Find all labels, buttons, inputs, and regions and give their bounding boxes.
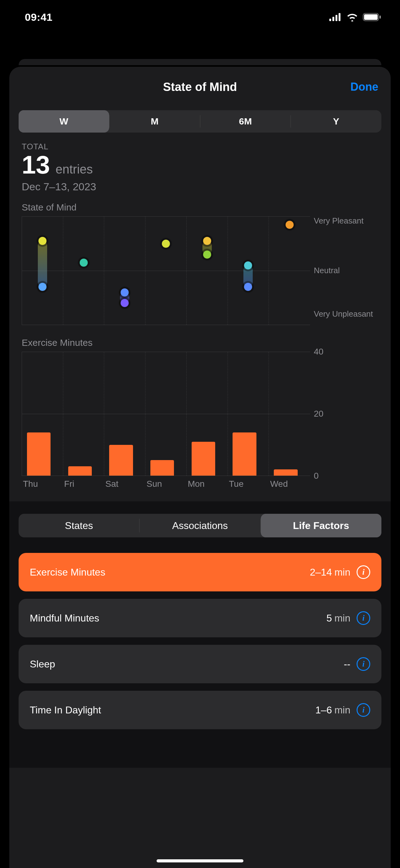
y-label-very-pleasant: Very Pleasant xyxy=(314,216,363,226)
info-icon[interactable]: i xyxy=(357,703,370,717)
som-entry-dot[interactable] xyxy=(121,288,129,297)
svg-rect-3 xyxy=(339,13,340,21)
svg-rect-2 xyxy=(335,15,337,21)
factor-label: Time In Daylight xyxy=(30,704,101,716)
factor-value: 1–6 xyxy=(315,704,332,716)
range-month[interactable]: M xyxy=(109,110,200,132)
exercise-bar[interactable] xyxy=(68,466,92,475)
y-tick-40: 40 xyxy=(314,347,324,357)
range-week[interactable]: W xyxy=(19,110,109,132)
x-tick-label: Sun xyxy=(145,479,187,489)
info-icon[interactable]: i xyxy=(357,611,370,625)
x-tick-label: Wed xyxy=(269,479,310,489)
range-year[interactable]: Y xyxy=(291,110,381,132)
cellular-signal-icon xyxy=(329,13,342,21)
x-axis: ThuFriSatSunMonTueWed xyxy=(22,479,310,489)
life-factor-row[interactable]: Sleep--i xyxy=(19,645,381,683)
tab-life-factors[interactable]: Life Factors xyxy=(261,514,381,537)
lower-section: States Associations Life Factors Exercis… xyxy=(9,501,391,768)
home-indicator[interactable] xyxy=(157,859,243,862)
y-tick-0: 0 xyxy=(314,471,319,481)
som-day-column xyxy=(145,217,187,325)
som-plot-area[interactable] xyxy=(22,216,310,325)
summary-block: TOTAL 13 entries Dec 7–13, 2023 xyxy=(9,132,391,196)
factor-label: Sleep xyxy=(30,658,55,670)
exercise-plot-area[interactable] xyxy=(22,352,310,476)
x-tick-label: Mon xyxy=(186,479,228,489)
y-label-neutral: Neutral xyxy=(314,266,340,275)
svg-rect-6 xyxy=(379,16,381,19)
factor-value-group: --i xyxy=(344,657,370,671)
exercise-day-column xyxy=(22,352,63,475)
life-factor-row[interactable]: Exercise Minutes2–14 mini xyxy=(19,553,381,591)
total-label: TOTAL xyxy=(22,142,378,152)
exercise-bar[interactable] xyxy=(233,432,256,475)
som-day-column xyxy=(22,217,63,325)
som-entry-dot[interactable] xyxy=(203,251,211,258)
som-entry-dot[interactable] xyxy=(80,258,88,267)
y-tick-20: 20 xyxy=(314,409,324,419)
exercise-day-column xyxy=(104,352,145,475)
total-unit: entries xyxy=(56,162,93,176)
detail-tabs: States Associations Life Factors xyxy=(19,514,381,537)
wifi-icon xyxy=(346,13,359,22)
exercise-day-column xyxy=(63,352,104,475)
som-entry-dot[interactable] xyxy=(38,283,46,291)
som-day-column xyxy=(63,217,104,325)
status-time: 09:41 xyxy=(25,11,53,23)
life-factor-row[interactable]: Mindful Minutes5 mini xyxy=(19,599,381,637)
factor-value: 5 xyxy=(327,613,332,624)
done-button[interactable]: Done xyxy=(351,81,378,93)
som-day-column xyxy=(269,217,310,325)
chart-title: Exercise Minutes xyxy=(22,337,378,348)
chart-title: State of Mind xyxy=(22,202,378,213)
y-label-very-unpleasant: Very Unpleasant xyxy=(314,310,373,319)
som-day-column xyxy=(228,217,269,325)
factor-unit: min xyxy=(334,613,351,624)
sheet-header: State of Mind Done xyxy=(9,67,391,107)
som-entry-dot[interactable] xyxy=(244,283,252,291)
som-day-column xyxy=(104,217,145,325)
som-day-column xyxy=(187,217,228,325)
time-range-segmented-control: W M 6M Y xyxy=(19,110,381,132)
som-y-axis: Very Pleasant Neutral Very Unpleasant xyxy=(310,216,378,325)
exercise-bar[interactable] xyxy=(27,432,51,475)
state-of-mind-sheet: State of Mind Done W M 6M Y TOTAL 13 ent… xyxy=(9,67,391,868)
life-factors-list: Exercise Minutes2–14 miniMindful Minutes… xyxy=(19,553,381,729)
som-entry-dot[interactable] xyxy=(162,240,170,248)
date-range: Dec 7–13, 2023 xyxy=(22,181,378,193)
exercise-bar[interactable] xyxy=(274,469,298,475)
exercise-bar[interactable] xyxy=(151,460,174,475)
exercise-day-column xyxy=(269,352,310,475)
som-entry-dot[interactable] xyxy=(286,221,294,229)
status-bar: 09:41 xyxy=(0,0,400,34)
battery-icon xyxy=(363,13,381,22)
life-factor-row[interactable]: Time In Daylight1–6 mini xyxy=(19,691,381,729)
exercise-bar[interactable] xyxy=(192,442,215,475)
info-icon[interactable]: i xyxy=(357,565,370,579)
tab-associations[interactable]: Associations xyxy=(139,514,260,537)
info-icon[interactable]: i xyxy=(357,657,370,671)
range-6month[interactable]: 6M xyxy=(200,110,291,132)
exercise-day-column xyxy=(187,352,228,475)
factor-value-group: 1–6 mini xyxy=(315,703,370,717)
factor-unit: min xyxy=(334,704,351,716)
som-entry-dot[interactable] xyxy=(121,299,129,307)
exercise-minutes-chart: Exercise Minutes 40 20 0 ThuFriSatSunMon… xyxy=(9,337,391,489)
svg-rect-5 xyxy=(364,14,378,20)
factor-value: 2–14 xyxy=(310,566,332,578)
exercise-bar[interactable] xyxy=(109,445,133,476)
svg-rect-0 xyxy=(329,19,331,21)
x-tick-label: Thu xyxy=(22,479,63,489)
factor-unit: min xyxy=(334,566,351,578)
total-value: 13 xyxy=(22,152,50,178)
som-range-pill xyxy=(38,241,47,287)
x-tick-label: Tue xyxy=(228,479,269,489)
tab-states[interactable]: States xyxy=(19,514,139,537)
exercise-day-column xyxy=(228,352,269,475)
som-entry-dot[interactable] xyxy=(203,237,211,245)
som-entry-dot[interactable] xyxy=(244,261,252,270)
som-entry-dot[interactable] xyxy=(38,237,46,245)
x-tick-label: Fri xyxy=(63,479,104,489)
factor-value: -- xyxy=(344,658,351,670)
